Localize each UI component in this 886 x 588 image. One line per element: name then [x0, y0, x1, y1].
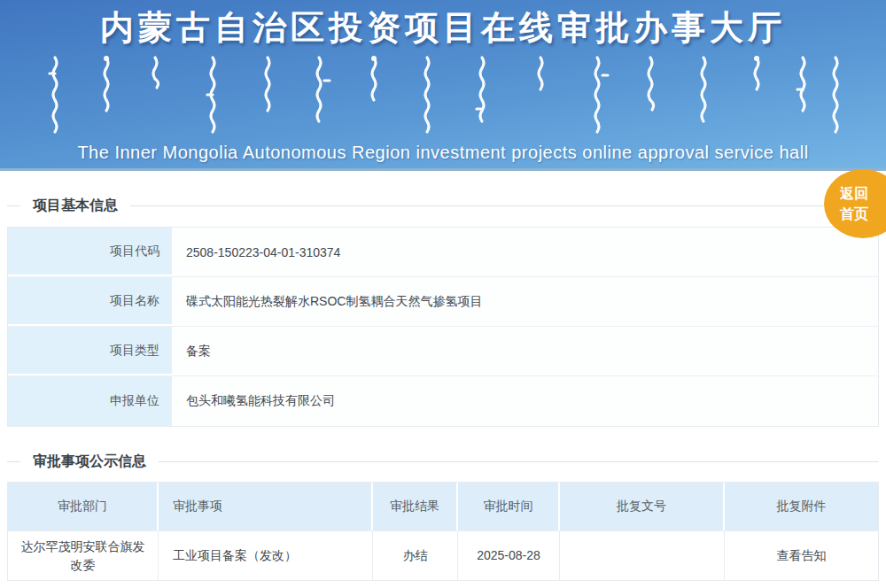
row-value: 碟式太阳能光热裂解水RSOC制氢耦合天然气掺氢项目 [172, 277, 878, 326]
mongolian-script-decoration [44, 54, 842, 141]
column-header-time: 审批时间 [458, 483, 560, 530]
cell-department: 达尔罕茂明安联合旗发改委 [8, 531, 159, 580]
cell-item: 工业项目备案（发改） [159, 531, 373, 580]
row-value: 2508-150223-04-01-310374 [172, 228, 878, 276]
row-label: 申报单位 [8, 376, 172, 426]
cell-time: 2025-08-28 [458, 531, 560, 580]
cell-attachment: 查看告知 [725, 531, 878, 580]
section-title-text: 项目基本信息 [20, 196, 130, 215]
row-value: 备案 [172, 327, 878, 375]
section-title-approval-info: 审批事项公示信息 [7, 452, 879, 471]
section-divider-line [7, 205, 879, 206]
table-row: 项目类型 备案 [8, 327, 878, 376]
cell-result: 办结 [373, 531, 458, 580]
column-header-attachment: 批复附件 [725, 483, 878, 530]
back-home-label-line1: 返回 [840, 183, 868, 204]
column-header-item: 审批事项 [159, 483, 373, 530]
basic-info-table: 项目代码 2508-150223-04-01-310374 项目名称 碟式太阳能… [7, 227, 879, 427]
table-row: 申报单位 包头和曦氢能科技有限公司 [8, 376, 878, 426]
site-banner: 内蒙古自治区投资项目在线审批办事大厅 The Inner Mongolia Au… [0, 0, 886, 171]
table-row: 项目名称 碟式太阳能光热裂解水RSOC制氢耦合天然气掺氢项目 [8, 277, 878, 327]
site-subtitle-en: The Inner Mongolia Autonomous Region inv… [0, 143, 886, 163]
back-home-label-line2: 首页 [840, 204, 868, 224]
site-title-cn: 内蒙古自治区投资项目在线审批办事大厅 [0, 0, 886, 50]
cell-doc-number [560, 531, 725, 580]
view-notice-link[interactable]: 查看告知 [777, 546, 827, 565]
table-row: 项目代码 2508-150223-04-01-310374 [8, 228, 878, 277]
row-label: 项目名称 [8, 277, 172, 326]
approval-table-header: 审批部门 审批事项 审批结果 审批时间 批复文号 批复附件 [8, 483, 878, 530]
approval-table: 审批部门 审批事项 审批结果 审批时间 批复文号 批复附件 达尔罕茂明安联合旗发… [7, 482, 879, 581]
row-label: 项目代码 [8, 228, 172, 276]
section-title-text: 审批事项公示信息 [20, 452, 159, 471]
table-row: 达尔罕茂明安联合旗发改委 工业项目备案（发改） 办结 2025-08-28 查看… [8, 530, 878, 580]
section-title-basic-info: 项目基本信息 [7, 196, 879, 215]
column-header-result: 审批结果 [373, 483, 458, 530]
row-value: 包头和曦氢能科技有限公司 [172, 376, 878, 426]
column-header-department: 审批部门 [8, 483, 159, 530]
column-header-doc-number: 批复文号 [560, 483, 725, 530]
row-label: 项目类型 [8, 327, 172, 375]
